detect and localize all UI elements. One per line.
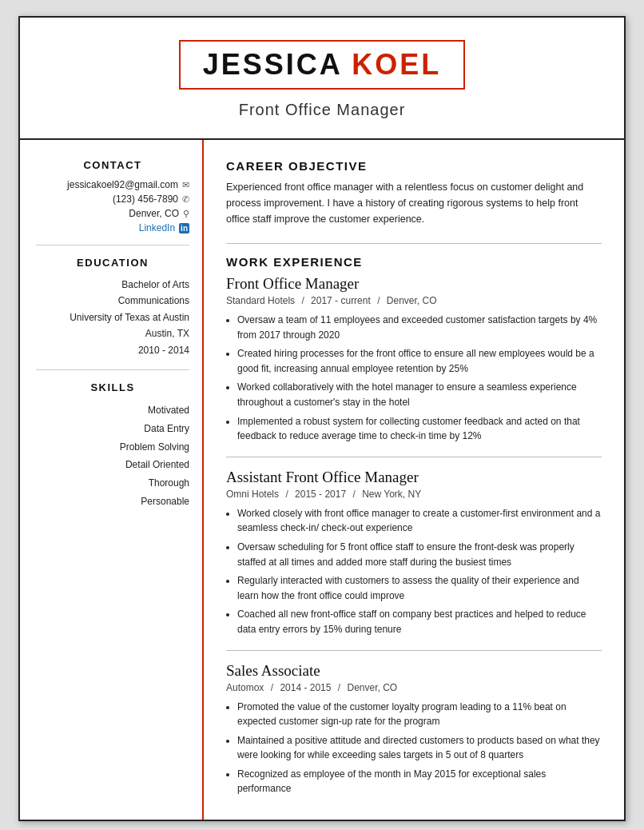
location-text: Denver, CO	[129, 208, 179, 219]
edu-field: Communications	[36, 293, 189, 309]
bullet-item: Maintained a positive attitude and direc…	[237, 733, 602, 763]
job-bullets-1: Oversaw a team of 11 employees and excee…	[226, 313, 602, 444]
job-years-3: 2014 - 2015	[280, 682, 331, 693]
skills-list: Motivated Data Entry Problem Solving Det…	[36, 401, 189, 511]
job-years-1: 2017 - current	[311, 295, 371, 306]
work-experience-heading: WORK EXPERIENCE	[226, 255, 602, 269]
body-section: CONTACT jessicakoel92@gmail.com ✉ (123) …	[20, 140, 624, 820]
job-company-2: Omni Hotels	[226, 489, 279, 500]
job-location-3: Denver, CO	[347, 682, 397, 693]
skill-item: Motivated	[36, 401, 189, 420]
job-company-1: Standard Hotels	[226, 295, 295, 306]
education-heading: EDUCATION	[36, 257, 189, 269]
email-icon: ✉	[182, 180, 189, 190]
last-name: KOEL	[352, 48, 441, 81]
job-company-3: Automox	[226, 682, 264, 693]
job-location-2: New York, NY	[362, 489, 421, 500]
contact-heading: CONTACT	[36, 159, 189, 171]
skill-item: Problem Solving	[36, 438, 189, 457]
contact-location-row: Denver, CO ⚲	[36, 208, 189, 219]
header-section: JESSICA KOEL Front Office Manager	[20, 18, 624, 138]
linkedin-icon: in	[179, 223, 189, 233]
skills-heading: SKILLS	[36, 381, 189, 393]
skill-item: Thorough	[36, 474, 189, 493]
job-bullets-3: Promoted the value of the customer loyal…	[226, 700, 602, 797]
phone-icon: ✆	[182, 194, 189, 205]
first-name: JESSICA	[203, 48, 352, 81]
right-column: CAREER OBJECTIVE Experienced front offic…	[204, 140, 624, 820]
edu-years: 2010 - 2014	[36, 342, 189, 358]
job-meta-1: Standard Hotels / 2017 - current / Denve…	[226, 295, 602, 306]
phone-text: (123) 456-7890	[113, 194, 178, 205]
bullet-item: Worked collaboratively with the hotel ma…	[237, 380, 602, 409]
job-location-1: Denver, CO	[387, 295, 437, 306]
career-objective-text: Experienced front office manager with a …	[226, 179, 602, 227]
edu-city-state: Austin, TX	[36, 325, 189, 341]
bullet-item: Regularly interacted with customers to a…	[237, 573, 602, 603]
skill-item: Personable	[36, 493, 189, 511]
education-details: Bachelor of Arts Communications Universi…	[36, 277, 189, 358]
job-bullets-2: Worked closely with front office manager…	[226, 506, 602, 637]
job-title-1: Front Office Manager	[226, 275, 602, 293]
job1-job2-divider	[226, 457, 602, 457]
job-title-3: Sales Associate	[226, 662, 602, 680]
objective-work-divider	[226, 243, 602, 244]
job2-job3-divider	[226, 650, 602, 651]
edu-university: University of Texas at Austin	[36, 309, 189, 325]
contact-education-divider	[36, 245, 189, 245]
contact-email-row: jessicakoel92@gmail.com ✉	[36, 179, 189, 190]
job-meta-2: Omni Hotels / 2015 - 2017 / New York, NY	[226, 489, 602, 500]
bullet-item: Implemented a robust system for collecti…	[237, 414, 602, 444]
full-name: JESSICA KOEL	[203, 48, 442, 81]
career-objective-heading: CAREER OBJECTIVE	[226, 159, 602, 173]
bullet-item: Worked closely with front office manager…	[237, 506, 602, 536]
job-title-2: Assistant Front Office Manager	[226, 469, 602, 486]
bullet-item: Oversaw scheduling for 5 front office st…	[237, 540, 602, 569]
left-column: CONTACT jessicakoel92@gmail.com ✉ (123) …	[20, 140, 204, 820]
contact-linkedin-row[interactable]: LinkedIn in	[36, 222, 189, 233]
email-text: jessicakoel92@gmail.com	[67, 179, 178, 190]
name-box: JESSICA KOEL	[179, 40, 466, 90]
job-title-header: Front Office Manager	[52, 101, 592, 119]
bullet-item: Oversaw a team of 11 employees and excee…	[237, 313, 602, 342]
skill-item: Detail Oriented	[36, 456, 189, 474]
resume-container: JESSICA KOEL Front Office Manager CONTAC…	[18, 16, 626, 821]
skill-item: Data Entry	[36, 420, 189, 438]
education-skills-divider	[36, 369, 189, 370]
job-meta-3: Automox / 2014 - 2015 / Denver, CO	[226, 682, 602, 693]
bullet-item: Created hiring processes for the front o…	[237, 346, 602, 376]
contact-phone-row: (123) 456-7890 ✆	[36, 194, 189, 205]
linkedin-link[interactable]: LinkedIn	[139, 222, 175, 233]
bullet-item: Coached all new front-office staff on co…	[237, 607, 602, 636]
job-years-2: 2015 - 2017	[295, 489, 346, 500]
edu-degree: Bachelor of Arts	[36, 277, 189, 293]
location-icon: ⚲	[183, 209, 189, 219]
bullet-item: Promoted the value of the customer loyal…	[237, 700, 602, 729]
bullet-item: Recognized as employee of the month in M…	[237, 767, 602, 796]
